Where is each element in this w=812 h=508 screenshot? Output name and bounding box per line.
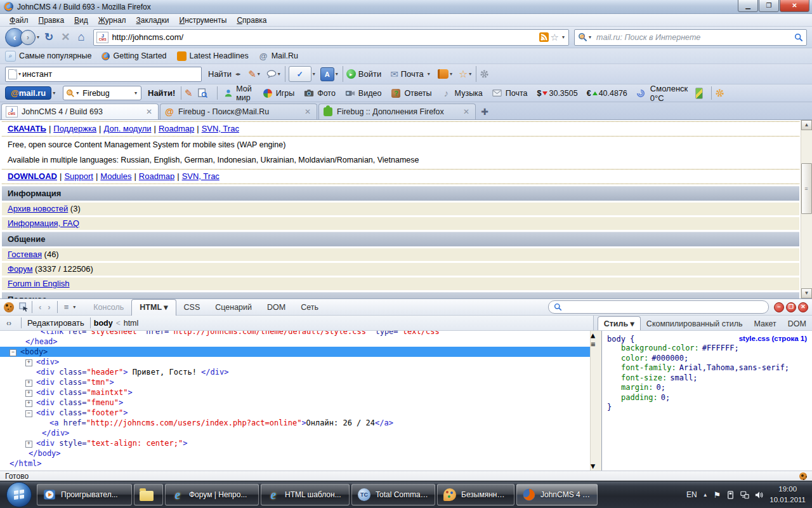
toolbar-search-value[interactable]: инстант — [22, 69, 52, 79]
mailru-service-answers[interactable]: ?Ответы — [391, 88, 431, 98]
spellcheck-button[interactable]: ✓ — [289, 66, 311, 82]
css-property-value[interactable]: small; — [670, 373, 697, 382]
menu-item-6[interactable]: Инструменты — [175, 15, 232, 26]
page-link[interactable]: SVN, Trac — [202, 124, 239, 133]
taskbar-button-ie-4[interactable]: eHTML шаблон... — [261, 484, 350, 505]
side-tab-4[interactable]: DOM — [782, 318, 812, 330]
input-dropdown-icon[interactable]: ▾ — [18, 71, 21, 77]
css-property-value[interactable]: 0; — [661, 393, 670, 402]
search-engine-icon[interactable]: @ — [578, 32, 587, 42]
css-property-value[interactable]: #FFFFFF; — [702, 344, 739, 352]
mailru-find-button[interactable]: Найти! — [148, 88, 175, 98]
taskbar-button-firefox-7[interactable]: JohnCMS 4 / Bu... — [516, 484, 598, 505]
tree-node[interactable]: </head> — [0, 337, 601, 347]
clock[interactable]: 19:00 10.01.2011 — [769, 484, 806, 505]
taskbar-button-tc-5[interactable]: TCTotal Comman... — [351, 484, 435, 505]
fb-detach-button[interactable]: ❐ — [786, 302, 796, 312]
tree-scroll-up-button[interactable]: ▲ — [591, 331, 601, 340]
find-split-icon[interactable]: ◂▸ — [235, 71, 240, 77]
tree-node[interactable]: <div class="header"> Привет, Гость! </di… — [0, 367, 601, 377]
fb-minimize-button[interactable]: − — [774, 302, 784, 312]
url-input[interactable]: http://johncms.com/ — [112, 32, 539, 42]
css-property-name[interactable]: background-color: — [621, 344, 699, 352]
favorites-star-icon[interactable]: ☆ — [459, 68, 468, 80]
tree-scroll-thumb[interactable]: ≡ — [591, 340, 601, 403]
tree-node[interactable]: +<div> — [0, 357, 601, 367]
inspect-icon[interactable] — [19, 302, 29, 312]
tab-close-icon[interactable]: ✕ — [303, 107, 313, 116]
page-scrollbar[interactable]: ▲ ≡ ▼ — [801, 120, 812, 298]
taskbar-button-wmp-1[interactable]: Проигрывател... — [37, 484, 132, 505]
firebug-icon[interactable] — [4, 302, 14, 312]
bookmark-item[interactable]: Latest Headlines — [177, 51, 249, 61]
css-property[interactable]: font-family:Arial,Tahoma,sans-serif; — [607, 363, 807, 373]
comment-bubble-icon[interactable] — [266, 70, 277, 78]
firebug-search[interactable] — [548, 300, 769, 314]
mailru-service-camera[interactable]: Фото — [304, 88, 336, 98]
bookmark-item[interactable]: ⌕Самые популярные — [5, 51, 91, 62]
css-property-name[interactable]: font-family: — [621, 363, 676, 372]
action-center-flag-icon[interactable]: ⚑ — [714, 490, 721, 500]
tree-scroll-down-button[interactable]: ▼ — [591, 462, 601, 471]
search-box[interactable]: @ ▾ mail.ru: Поиск в Интернете — [574, 29, 807, 46]
tree-scrollbar[interactable]: ▲ ≡ ▼ — [590, 331, 601, 471]
mailru-settings-gear-icon[interactable] — [715, 88, 724, 98]
page-link[interactable]: DOWNLOAD — [8, 171, 57, 181]
pen-dropdown-icon[interactable]: ▾ — [258, 71, 260, 77]
css-property-name[interactable]: color: — [621, 354, 648, 363]
fb-close-button[interactable]: ✕ — [798, 302, 808, 312]
mailru-service-person[interactable]: Мой мир — [224, 84, 253, 102]
css-property-name[interactable]: padding: — [621, 393, 658, 402]
agent-settings-gear-icon[interactable] — [480, 69, 489, 79]
tree-node[interactable]: <a href="http://johncms.com/users/index.… — [0, 418, 601, 428]
page-link[interactable]: Поддержка — [53, 124, 96, 133]
browser-tab-2[interactable]: @Firebug - Поиск@Mail.Ru✕ — [160, 104, 317, 119]
css-selector[interactable]: body { — [607, 335, 634, 344]
urlbar-dropdown-icon[interactable]: ▾ — [562, 34, 565, 40]
section-link[interactable]: Архив новостей — [8, 204, 68, 213]
rss-icon[interactable] — [539, 32, 549, 42]
css-property[interactable]: padding:0; — [607, 393, 807, 403]
mailru-logo-button[interactable]: @mail.ru — [5, 86, 51, 100]
tree-node[interactable]: −<body> — [0, 347, 601, 357]
css-property-value[interactable]: Arial,Tahoma,sans-serif; — [679, 363, 789, 372]
new-tab-button[interactable]: ✚ — [477, 105, 492, 119]
tree-node[interactable]: </html> — [0, 458, 601, 469]
tree-node[interactable]: </div> — [0, 428, 601, 438]
scroll-thumb[interactable]: ≡ — [801, 163, 812, 214]
css-property[interactable]: font-size:small; — [607, 373, 807, 384]
find-label[interactable]: Найти — [208, 69, 232, 79]
expand-icon[interactable]: + — [25, 359, 32, 366]
firebug-tab-html[interactable]: HTML ▾ — [131, 299, 176, 316]
menu-item-2[interactable]: Правка — [34, 15, 69, 26]
mailru-search-combo[interactable]: @ ▾ Firebug ▾ — [63, 86, 141, 100]
preview-icon[interactable] — [198, 88, 207, 98]
page-link[interactable]: Modules — [100, 171, 131, 181]
css-property-name[interactable]: margin: — [621, 383, 653, 392]
translate-button[interactable]: А — [320, 67, 334, 81]
section-link[interactable]: Гостевая — [8, 250, 42, 259]
expand-icon[interactable]: + — [25, 441, 32, 448]
maximize-button[interactable]: ❐ — [759, 0, 779, 12]
menu-item-4[interactable]: Журнал — [94, 15, 131, 26]
scroll-up-button[interactable]: ▲ — [801, 120, 812, 130]
spellcheck-dropdown-icon[interactable]: ▾ — [313, 71, 315, 77]
translate-dropdown-icon[interactable]: ▾ — [336, 71, 338, 77]
tree-node[interactable]: </body> — [0, 448, 601, 458]
code-brackets-icon[interactable]: ‹› — [6, 319, 11, 328]
bubble-dropdown-icon[interactable]: ▾ — [278, 71, 280, 77]
section-link[interactable]: Forum in English — [8, 279, 70, 288]
favorites-dropdown-icon[interactable]: ▾ — [469, 71, 471, 77]
css-source-link[interactable]: style.css (строка 1) — [739, 335, 807, 344]
mailru-service-envelope[interactable]: Почта — [492, 88, 528, 98]
mailru-search-type-dropdown-icon[interactable]: ▾ — [76, 90, 79, 96]
fb-forward-icon[interactable]: › — [48, 302, 50, 312]
mail-dropdown-icon[interactable]: ▾ — [428, 71, 430, 77]
start-button[interactable] — [6, 482, 32, 507]
expand-icon[interactable]: + — [25, 390, 32, 397]
firebug-tab-сценарий[interactable]: Сценарий — [207, 301, 259, 314]
css-property[interactable]: background-color:#FFFFFF; — [607, 344, 807, 354]
page-link[interactable]: Доп. модули — [104, 124, 152, 133]
firebug-tab-консоль[interactable]: Консоль — [86, 301, 131, 314]
stop-button[interactable]: ✕ — [61, 30, 70, 44]
